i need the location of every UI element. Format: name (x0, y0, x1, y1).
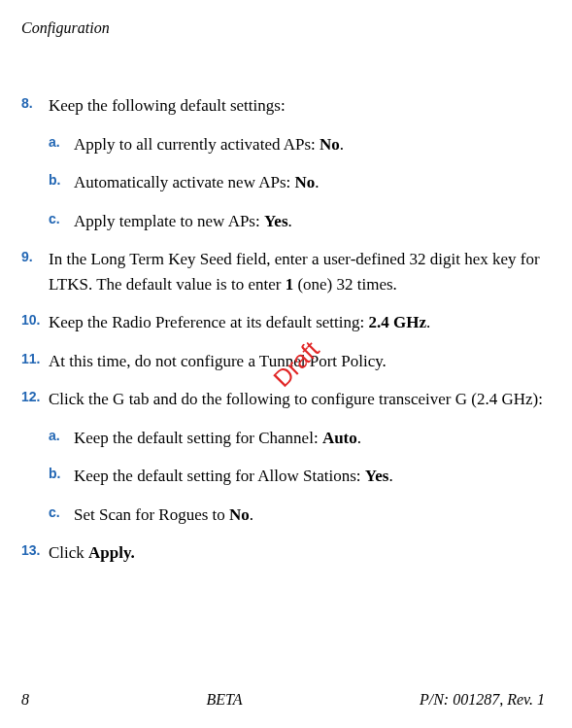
step-text: Keep the following default settings: (49, 93, 286, 119)
sub-text: Keep the default setting for Channel: Au… (74, 426, 361, 451)
bold-text: Yes (264, 212, 288, 230)
bold-text: No (229, 505, 250, 524)
footer-part-number: P/N: 001287, Rev. 1 (420, 691, 545, 709)
text-b: . (288, 212, 292, 230)
text-a: Click (49, 543, 88, 562)
sub-text: Automatically activate new APs: No. (74, 170, 320, 195)
bold-text: Yes (365, 467, 389, 485)
text-b: (one) 32 times. (293, 275, 397, 294)
sub-text: Set Scan for Rogues to No. (74, 503, 253, 528)
step-12a: a. Keep the default setting for Channel:… (49, 426, 545, 451)
step-8: 8. Keep the following default settings: (21, 93, 545, 119)
step-8a: a. Apply to all currently activated APs:… (49, 132, 545, 157)
sub-marker: b. (49, 170, 74, 191)
sub-marker: a. (49, 426, 74, 446)
step-marker: 10. (21, 310, 49, 330)
text-a: Keep the Radio Preference at its default… (49, 313, 369, 331)
bold-text: Auto (322, 429, 357, 447)
step-marker: 13. (21, 540, 49, 561)
bold-text: No (295, 173, 316, 191)
bold-text: 1 (286, 275, 294, 294)
step-marker: 11. (21, 349, 49, 369)
step-marker: 9. (21, 247, 49, 267)
step-8c: c. Apply template to new APs: Yes. (49, 209, 545, 234)
text-a: Set Scan for Rogues to (74, 505, 229, 524)
text-a: Keep the default setting for Channel: (74, 429, 322, 447)
sub-text: Keep the default setting for Allow Stati… (74, 464, 393, 489)
sub-marker: b. (49, 464, 74, 484)
step-9: 9. In the Long Term Key Seed field, ente… (21, 247, 545, 296)
sub-marker: c. (49, 209, 74, 229)
text-a: Keep the default setting for Allow Stati… (74, 467, 365, 485)
text-b: . (250, 505, 253, 524)
step-12c: c. Set Scan for Rogues to No. (49, 503, 545, 528)
step-text: In the Long Term Key Seed field, enter a… (49, 247, 545, 296)
text-b: . (357, 429, 361, 447)
text-b: . (388, 467, 392, 485)
step-10: 10. Keep the Radio Preference at its def… (21, 310, 545, 335)
step-13: 13. Click Apply. (21, 540, 545, 566)
bold-text: 2.4 GHz (369, 313, 427, 331)
sub-text: Apply template to new APs: Yes. (74, 209, 292, 234)
footer-center: BETA (206, 691, 242, 709)
step-8-sublist: a. Apply to all currently activated APs:… (49, 132, 545, 234)
step-text: Click the G tab and do the following to … (49, 387, 543, 412)
step-11: 11. At this time, do not configure a Tun… (21, 349, 545, 374)
footer-page-number: 8 (21, 691, 29, 709)
step-marker: 12. (21, 387, 49, 407)
text-a: Automatically activate new APs: (74, 173, 295, 191)
text-b: . (315, 173, 319, 191)
text-b: . (426, 313, 430, 331)
step-text: Click Apply. (49, 540, 135, 566)
page-header: Configuration (21, 19, 545, 37)
text-a: Apply template to new APs: (74, 212, 264, 230)
sub-marker: c. (49, 503, 74, 523)
step-text: Keep the Radio Preference at its default… (49, 310, 430, 335)
bold-text: No (320, 135, 340, 154)
sub-marker: a. (49, 132, 74, 153)
text-a: Apply to all currently activated APs: (74, 135, 320, 154)
bold-text: Apply. (88, 543, 135, 562)
step-12b: b. Keep the default setting for Allow St… (49, 464, 545, 489)
step-12: 12. Click the G tab and do the following… (21, 387, 545, 412)
step-12-sublist: a. Keep the default setting for Channel:… (49, 426, 545, 528)
sub-text: Apply to all currently activated APs: No… (74, 132, 344, 157)
page-footer: 8 BETA P/N: 001287, Rev. 1 (21, 691, 545, 709)
step-marker: 8. (21, 93, 49, 114)
step-text: At this time, do not configure a Tunnel … (49, 349, 387, 374)
text-b: . (340, 135, 344, 154)
step-8b: b. Automatically activate new APs: No. (49, 170, 545, 195)
